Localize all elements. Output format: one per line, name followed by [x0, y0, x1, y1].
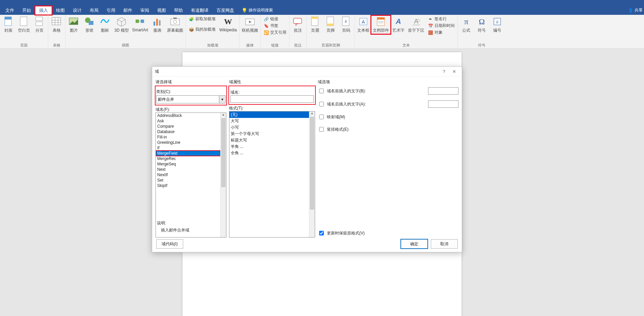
category-input[interactable]	[157, 96, 219, 103]
domain-name-input[interactable]	[230, 95, 314, 103]
field-item-mergeseq[interactable]: MergeSeq	[156, 161, 226, 167]
vertical-format-checkbox[interactable]	[319, 127, 324, 132]
category-combobox[interactable]: ▾	[156, 95, 226, 103]
format-item-5[interactable]: 半角 ...	[229, 144, 315, 150]
format-item-4[interactable]: 标题大写	[229, 137, 315, 144]
textbox-button[interactable]: A文本框	[356, 15, 371, 34]
field-item-fill-in[interactable]: Fill-in	[156, 134, 226, 140]
field-item-ask[interactable]: Ask	[156, 118, 226, 124]
format-item-2[interactable]: 小写	[229, 124, 315, 131]
page-break-button[interactable]: 分页	[32, 15, 47, 34]
pictures-button[interactable]: 图片	[66, 15, 82, 34]
tab-baidu[interactable]: 百度网盘	[213, 6, 238, 15]
smartart-button[interactable]: SmartArt	[131, 15, 150, 33]
fieldnames-label: 域名(F):	[156, 107, 226, 113]
field-item-compare[interactable]: Compare	[156, 124, 226, 129]
icons-button[interactable]: 图标	[97, 15, 113, 34]
field-item-next[interactable]: Next	[156, 167, 226, 172]
format-item-0[interactable]: (无)	[229, 112, 315, 118]
field-codes-button[interactable]: 域代码(I)	[156, 239, 183, 249]
tab-help[interactable]: 帮助	[170, 6, 187, 15]
equation-button[interactable]: π公式	[458, 15, 474, 34]
format-item-6[interactable]: 全角 ...	[229, 150, 315, 156]
dialog-help-button[interactable]: ?	[439, 69, 449, 74]
get-addins-button[interactable]: 🧩获取加载项	[188, 16, 216, 22]
crossref-icon: 🔁	[263, 30, 269, 35]
field-item-database[interactable]: Database	[156, 129, 226, 134]
hyperlink-button[interactable]: 🔗链接	[263, 16, 287, 22]
scroll-up-icon[interactable]: ▲	[309, 112, 315, 117]
chart-button[interactable]: 图表	[150, 15, 165, 34]
field-item-set[interactable]: Set	[156, 178, 226, 183]
tab-mailings[interactable]: 邮件	[119, 6, 136, 15]
field-item-skipif[interactable]: SkipIf	[156, 183, 226, 188]
bookmark-button[interactable]: 🔖书签	[263, 23, 287, 29]
scroll-up-icon[interactable]: ▲	[221, 113, 226, 118]
cover-page-button[interactable]: 封面	[1, 15, 16, 34]
tell-me[interactable]: 💡 操作说明搜索	[242, 7, 273, 13]
date-time-button[interactable]: 📅日期和时间	[427, 23, 455, 29]
tab-references[interactable]: 引用	[103, 6, 119, 15]
table-button[interactable]: 表格	[49, 15, 64, 34]
field-item-if[interactable]: If	[156, 145, 226, 151]
field-item-addressblock[interactable]: AddressBlock	[156, 113, 226, 118]
field-item-nextif[interactable]: NextIf	[156, 172, 226, 178]
format-listbox[interactable]: (无)大写小写第一个字母大写标题大写半角 ...全角 ... ▲ ▼	[229, 111, 315, 238]
tab-design[interactable]: 设计	[69, 6, 86, 15]
page-number-button[interactable]: #页码	[338, 15, 354, 34]
tab-draw[interactable]: 绘图	[52, 6, 69, 15]
quick-parts-button[interactable]: 文档部件	[371, 15, 391, 34]
text-before-checkbox[interactable]	[319, 89, 324, 93]
format-item-1[interactable]: 大写	[229, 118, 315, 124]
field-item-mergerec[interactable]: MergeRec	[156, 156, 226, 161]
header-icon	[310, 16, 320, 27]
my-addins-button[interactable]: 📦我的加载项	[188, 26, 216, 33]
group-text-label: 文本	[356, 42, 457, 49]
field-list-scrollbar[interactable]: ▲ ▼	[220, 113, 226, 237]
cancel-button[interactable]: 取消	[431, 239, 458, 249]
omega-icon: Ω	[476, 16, 487, 27]
ok-button[interactable]: 确定	[400, 239, 428, 249]
group-pages: 封面 空白页 分页 页面	[0, 15, 48, 49]
tab-insert[interactable]: 插入	[35, 6, 52, 15]
symbol-button[interactable]: Ω符号	[474, 15, 489, 34]
wikipedia-button[interactable]: WWikipedia	[218, 15, 239, 33]
header-button[interactable]: 页眉	[307, 15, 323, 34]
signature-line-button[interactable]: ✒签名行	[427, 16, 455, 22]
tab-view[interactable]: 视图	[153, 6, 170, 15]
3d-models-button[interactable]: 3D 模型	[113, 15, 131, 34]
format-item-3[interactable]: 第一个字母大写	[229, 131, 315, 137]
svg-rect-2	[20, 17, 27, 26]
chevron-down-icon[interactable]: ▾	[219, 96, 225, 103]
wordart-button[interactable]: A艺术字	[391, 15, 406, 34]
online-video-button[interactable]: 联机视频	[240, 15, 260, 34]
text-before-input[interactable]	[428, 87, 458, 95]
number-icon: #	[492, 16, 503, 27]
tab-home[interactable]: 开始	[18, 6, 35, 15]
crossref-button[interactable]: 🔁交叉引用	[263, 29, 287, 36]
comment-button[interactable]: 批注	[290, 15, 306, 34]
screenshot-button[interactable]: 屏幕截图	[165, 15, 185, 34]
mapped-field-checkbox[interactable]	[319, 115, 324, 119]
blank-page-icon	[19, 16, 29, 27]
group-tables: 表格 表格	[48, 15, 65, 49]
field-item-mergefield[interactable]: MergeField	[156, 151, 226, 156]
format-list-scrollbar[interactable]: ▲ ▼	[309, 112, 315, 237]
footer-button[interactable]: 页脚	[323, 15, 338, 34]
shapes-button[interactable]: 形状	[82, 15, 97, 34]
tab-review[interactable]: 审阅	[136, 6, 153, 15]
share-button[interactable]: 👤 共享	[628, 7, 643, 13]
dialog-close-button[interactable]: ✕	[449, 69, 459, 74]
blank-page-button[interactable]: 空白页	[16, 15, 32, 34]
object-button[interactable]: 🧱对象	[427, 29, 455, 36]
tab-layout[interactable]: 布局	[86, 6, 103, 15]
field-item-greetingline[interactable]: GreetingLine	[156, 140, 226, 145]
number-button[interactable]: #编号	[489, 15, 505, 34]
field-names-listbox[interactable]: AddressBlockAskCompareDatabaseFill-inGre…	[156, 113, 226, 238]
text-after-input[interactable]	[428, 100, 458, 108]
preserve-format-checkbox[interactable]	[319, 231, 324, 235]
drop-cap-button[interactable]: A首字下沉	[406, 15, 426, 34]
tab-youdao[interactable]: 有道翻译	[187, 6, 213, 15]
text-after-checkbox[interactable]	[319, 102, 324, 106]
tab-file[interactable]: 文件	[1, 6, 18, 15]
